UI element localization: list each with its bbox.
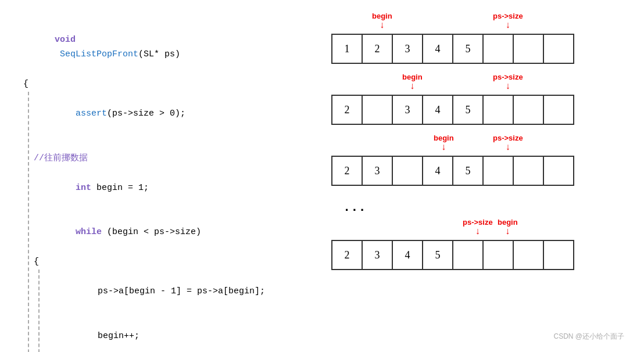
code-line-1: void SeqListPopFront(SL* ps) xyxy=(23,17,308,77)
fn-name: SeqListPopFront(SL* ps) xyxy=(55,49,180,59)
cell-2-5 xyxy=(484,95,514,125)
size-label-2: ps->size ↓ xyxy=(493,73,523,91)
begin-arrow-2: ↓ xyxy=(410,81,414,91)
size-label-3: ps->size ↓ xyxy=(493,134,523,152)
begin-arrow-3: ↓ xyxy=(441,142,446,152)
cell-3-0: 2 xyxy=(332,156,363,186)
cell-1-5 xyxy=(484,34,514,64)
begin-label-4: begin ↓ xyxy=(498,218,518,236)
diagram-1-labels: begin ↓ ps->size ↓ xyxy=(331,12,587,34)
code-line-6: int begin = 1; xyxy=(34,166,308,210)
cell-4-2: 4 xyxy=(393,240,423,270)
cell-4-5 xyxy=(484,240,514,270)
keyword-while: while xyxy=(76,227,102,237)
cell-1-7 xyxy=(544,34,574,64)
array-cells-2: 2 3 4 5 xyxy=(331,95,574,125)
size-arrow-4: ↓ xyxy=(475,227,480,236)
code-line-10: begin++; xyxy=(45,314,308,352)
cell-3-5 xyxy=(484,156,514,186)
cell-4-3: 5 xyxy=(423,240,453,270)
cell-3-7 xyxy=(544,156,574,186)
size-arrow-3: ↓ xyxy=(506,142,510,152)
cell-1-2: 3 xyxy=(393,34,423,64)
begin-text-3: begin xyxy=(434,134,454,142)
begin-label-3: begin ↓ xyxy=(434,134,454,152)
size-text-4: ps->size xyxy=(463,218,493,227)
array-cells-1: 1 2 3 4 5 xyxy=(331,34,574,64)
array-row-3: 2 3 4 5 xyxy=(331,156,587,186)
code-line-8: { xyxy=(34,254,308,270)
size-label-4: ps->size ↓ xyxy=(463,218,493,236)
cell-4-6 xyxy=(514,240,544,270)
cell-2-7 xyxy=(544,95,574,125)
cell-3-1: 3 xyxy=(363,156,393,186)
size-text-3: ps->size xyxy=(493,134,523,142)
code-outer-block: assert(ps->size > 0); //往前挪数据 int begin … xyxy=(23,92,308,353)
array-row-4: 2 3 4 5 xyxy=(331,240,587,270)
begin-arrow-4: ↓ xyxy=(505,227,510,236)
keyword-void: void xyxy=(55,35,76,45)
diagram-2-labels: begin ↓ ps->size ↓ xyxy=(331,73,587,95)
cell-3-2 xyxy=(393,156,423,186)
code-comment: //往前挪数据 xyxy=(34,151,308,166)
code-inner-block: ps->a[begin - 1] = ps->a[begin]; begin++… xyxy=(34,270,308,353)
keyword-int: int xyxy=(76,183,91,193)
ellipsis: ... xyxy=(343,200,366,215)
diagram-4: ps->size ↓ begin ↓ 2 3 4 5 xyxy=(331,218,587,270)
begin-label-2: begin ↓ xyxy=(402,73,423,91)
begin-text-2: begin xyxy=(402,73,423,81)
array-cells-4: 2 3 4 5 xyxy=(331,240,574,270)
watermark: CSDN @还小给个面子 xyxy=(553,332,624,342)
code-line-9: ps->a[begin - 1] = ps->a[begin]; xyxy=(45,270,308,314)
cell-3-6 xyxy=(514,156,544,186)
cell-4-7 xyxy=(544,240,574,270)
cell-2-4: 5 xyxy=(453,95,484,125)
cell-1-4: 5 xyxy=(453,34,484,64)
cell-4-4 xyxy=(453,240,484,270)
cell-2-2: 3 xyxy=(393,95,423,125)
code-line-3: assert(ps->size > 0); xyxy=(34,92,308,137)
begin-text-4: begin xyxy=(498,218,518,227)
code-line-2: { xyxy=(23,77,308,92)
size-text-1: ps->size xyxy=(493,12,523,20)
cell-1-1: 2 xyxy=(363,34,393,64)
begin-arrow-1: ↓ xyxy=(380,20,384,30)
diagram-3-labels: begin ↓ ps->size ↓ xyxy=(331,134,587,156)
cell-2-0: 2 xyxy=(332,95,363,125)
array-row-2: 2 3 4 5 xyxy=(331,95,587,125)
cell-2-6 xyxy=(514,95,544,125)
ellipsis-text: ... xyxy=(343,200,366,215)
diagram-4-labels: ps->size ↓ begin ↓ xyxy=(331,218,587,240)
size-arrow-1: ↓ xyxy=(506,20,510,30)
diagram-3: begin ↓ ps->size ↓ 2 3 4 5 xyxy=(331,134,587,186)
main-container: void SeqListPopFront(SL* ps) { assert(ps… xyxy=(0,0,644,352)
cell-4-1: 3 xyxy=(363,240,393,270)
cell-1-6 xyxy=(514,34,544,64)
begin-label-1: begin ↓ xyxy=(372,12,392,30)
cell-4-0: 2 xyxy=(332,240,363,270)
size-arrow-2: ↓ xyxy=(506,81,510,91)
cell-2-3: 4 xyxy=(423,95,453,125)
cell-1-0: 1 xyxy=(332,34,363,64)
diagram-1: begin ↓ ps->size ↓ 1 2 3 4 5 xyxy=(331,12,587,64)
size-text-2: ps->size xyxy=(493,73,523,81)
code-panel: void SeqListPopFront(SL* ps) { assert(ps… xyxy=(12,6,314,346)
size-label-1: ps->size ↓ xyxy=(493,12,523,30)
assert-fn: assert xyxy=(76,109,107,118)
cell-2-1 xyxy=(363,95,393,125)
cell-1-3: 4 xyxy=(423,34,453,64)
code-line-7: while (begin < ps->size) xyxy=(34,210,308,255)
array-cells-3: 2 3 4 5 xyxy=(331,156,574,186)
diagram-panel: begin ↓ ps->size ↓ 1 2 3 4 5 xyxy=(314,6,632,346)
diagram-2: begin ↓ ps->size ↓ 2 3 4 5 xyxy=(331,73,587,125)
begin-text-1: begin xyxy=(372,12,392,20)
array-row-1: 1 2 3 4 5 xyxy=(331,34,587,64)
code-line-4 xyxy=(34,136,308,151)
cell-3-4: 5 xyxy=(453,156,484,186)
cell-3-3: 4 xyxy=(423,156,453,186)
